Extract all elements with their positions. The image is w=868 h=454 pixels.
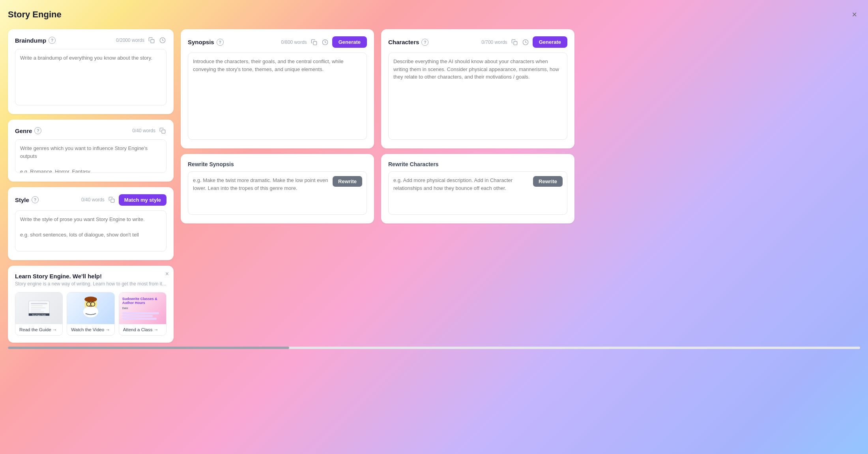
close-button[interactable]: ×: [849, 8, 860, 21]
genre-title: Genre: [15, 128, 32, 134]
characters-title: Characters: [388, 39, 419, 45]
learn-card: × Learn Story Engine. We'll help! Story …: [8, 266, 174, 343]
guide-thumbnail: Story Engine Guide: [15, 293, 62, 324]
braindump-card: Braindump ? 0/2000 words: [8, 29, 174, 114]
synopsis-generate-button[interactable]: Generate: [332, 36, 367, 48]
learn-item-class[interactable]: Sudowrite Classes & Author Hours Date At…: [119, 292, 166, 336]
synopsis-copy-button[interactable]: [310, 38, 318, 46]
match-style-button[interactable]: Match my style: [119, 194, 166, 206]
characters-title-group: Characters ?: [388, 39, 428, 46]
characters-rewrite-button[interactable]: Rewrite: [533, 176, 563, 187]
genre-textarea[interactable]: [15, 139, 166, 173]
genre-card: Genre ? 0/40 words: [8, 120, 174, 182]
svg-rect-20: [313, 41, 317, 45]
braindump-meta: 0/2000 words: [116, 36, 166, 44]
synopsis-title: Synopsis: [188, 39, 214, 45]
genre-copy-button[interactable]: [159, 127, 166, 135]
column-1: Braindump ? 0/2000 words: [8, 29, 174, 343]
synopsis-rewrite-label: Rewrite Synopsis: [188, 161, 367, 167]
genre-word-count: 0/40 words: [132, 128, 155, 133]
video-thumbnail: [67, 293, 114, 324]
characters-help-icon[interactable]: ?: [421, 39, 428, 46]
characters-copy-button[interactable]: [511, 38, 518, 46]
learn-title: Learn Story Engine. We'll help!: [15, 273, 166, 280]
synopsis-rewrite-area: Rewrite: [188, 171, 367, 216]
style-textarea[interactable]: [15, 210, 166, 251]
synopsis-header: Synopsis ? 0/800 words Gen: [188, 36, 367, 48]
scrollbar-thumb: [8, 347, 289, 349]
synopsis-textarea[interactable]: [188, 53, 367, 140]
class-thumb-content: Sudowrite Classes & Author Hours Date: [119, 293, 166, 324]
characters-meta: 0/700 words Generate: [481, 36, 567, 48]
svg-rect-5: [31, 303, 47, 304]
svg-rect-0: [151, 39, 154, 43]
learn-subtitle: Story engine is a new way of writing. Le…: [15, 281, 166, 287]
main-columns: Braindump ? 0/2000 words: [8, 29, 860, 343]
svg-rect-9: [31, 311, 44, 312]
style-copy-button[interactable]: [108, 196, 116, 204]
braindump-help-icon[interactable]: ?: [49, 37, 56, 44]
genre-header: Genre ? 0/40 words: [15, 127, 166, 135]
braindump-title-group: Braindump ?: [15, 37, 56, 44]
svg-rect-8: [31, 310, 41, 310]
synopsis-help-icon[interactable]: ?: [217, 39, 224, 46]
column-characters: Characters ? 0/700 words G: [381, 29, 574, 223]
style-title-group: Style ?: [15, 196, 39, 203]
svg-rect-22: [514, 41, 517, 45]
learn-items-row: Story Engine Guide Read the Guide →: [15, 292, 166, 336]
characters-rewrite-area: Rewrite: [388, 171, 567, 216]
svg-rect-2: [162, 130, 165, 133]
svg-text:Story Engine Guide: Story Engine Guide: [32, 314, 46, 315]
characters-rewrite-card: Rewrite Characters Rewrite: [381, 154, 574, 223]
svg-point-13: [83, 306, 99, 317]
style-header: Style ? 0/40 words Match my style: [15, 194, 166, 206]
genre-help-icon[interactable]: ?: [34, 127, 41, 134]
video-label: Watch the Video →: [67, 324, 114, 335]
braindump-copy-button[interactable]: [148, 36, 155, 44]
style-card: Style ? 0/40 words Match my style: [8, 187, 174, 260]
characters-header: Characters ? 0/700 words G: [388, 36, 567, 48]
style-word-count: 0/40 words: [81, 197, 105, 203]
guide-label: Read the Guide →: [15, 324, 62, 335]
learn-item-video[interactable]: Watch the Video →: [67, 292, 114, 336]
characters-card: Characters ? 0/700 words G: [381, 29, 574, 148]
braindump-title: Braindump: [15, 37, 46, 44]
class-label: Attend a Class →: [119, 324, 166, 335]
svg-point-14: [84, 296, 97, 302]
braindump-history-button[interactable]: [159, 36, 166, 44]
learn-item-guide[interactable]: Story Engine Guide Read the Guide →: [15, 292, 63, 336]
svg-rect-3: [111, 199, 114, 203]
page-title: Story Engine: [8, 9, 62, 20]
braindump-word-count: 0/2000 words: [116, 38, 144, 43]
synopsis-rewrite-card: Rewrite Synopsis Rewrite: [181, 154, 374, 223]
svg-rect-6: [31, 305, 43, 306]
characters-rewrite-label: Rewrite Characters: [388, 161, 567, 167]
synopsis-rewrite-button[interactable]: Rewrite: [333, 176, 362, 187]
style-help-icon[interactable]: ?: [32, 196, 39, 203]
characters-generate-button[interactable]: Generate: [533, 36, 567, 48]
braindump-textarea[interactable]: [15, 49, 166, 105]
style-title: Style: [15, 197, 29, 203]
braindump-header: Braindump ? 0/2000 words: [15, 36, 166, 44]
synopsis-history-button[interactable]: [321, 38, 329, 46]
synopsis-title-group: Synopsis ?: [188, 39, 224, 46]
svg-rect-7: [31, 307, 46, 308]
characters-textarea[interactable]: [388, 53, 567, 140]
learn-close-button[interactable]: ×: [165, 270, 169, 278]
genre-title-group: Genre ?: [15, 127, 41, 134]
synopsis-word-count: 0/800 words: [281, 39, 307, 45]
class-thumbnail: Sudowrite Classes & Author Hours Date: [119, 293, 166, 324]
scrollbar[interactable]: [8, 347, 860, 349]
characters-history-button[interactable]: [522, 38, 529, 46]
synopsis-meta: 0/800 words Generate: [281, 36, 367, 48]
style-meta: 0/40 words Match my style: [81, 194, 166, 206]
characters-word-count: 0/700 words: [481, 39, 507, 45]
synopsis-card: Synopsis ? 0/800 words Gen: [181, 29, 374, 148]
genre-meta: 0/40 words: [132, 127, 166, 135]
column-synopsis: Synopsis ? 0/800 words Gen: [181, 29, 374, 223]
